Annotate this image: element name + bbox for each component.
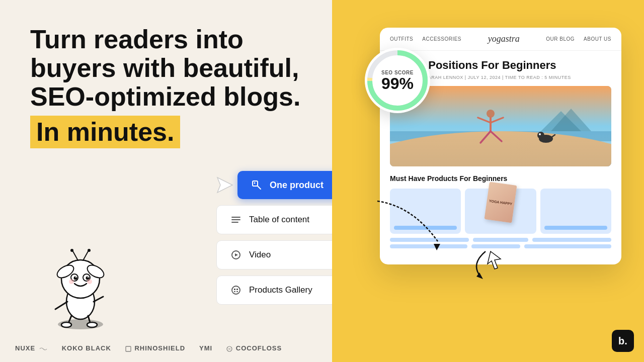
svg-marker-23 <box>217 177 232 193</box>
product-bar-3 <box>544 226 607 230</box>
play-icon <box>229 248 243 262</box>
pill-table-of-content[interactable]: Table of content <box>216 205 337 234</box>
svg-rect-33 <box>234 289 235 290</box>
product-card-featured: YOGA HAPPY <box>465 189 536 234</box>
list-icon <box>229 213 243 227</box>
svg-line-6 <box>55 302 67 309</box>
headline-line2: buyers with beautiful, <box>30 53 299 82</box>
book-cover: YOGA HAPPY <box>485 182 517 223</box>
tag-icon <box>250 178 264 192</box>
seo-badge: SEO SCORE 99% <box>365 48 430 113</box>
book-title: YOGA HAPPY <box>489 199 512 206</box>
left-panel: Turn readers into buyers with beautiful,… <box>0 0 332 362</box>
svg-point-25 <box>254 183 256 184</box>
svg-point-19 <box>75 277 76 278</box>
svg-point-45 <box>487 110 495 118</box>
brand-rhinoshield: RHINOSHIELD <box>125 344 185 352</box>
brand-koko-black: KOKO BLACK <box>62 344 111 352</box>
brand-nuxe: NUXE <box>15 344 48 352</box>
right-panel: SEO SCORE 99% OUTFITS ACCESSORIES yogast… <box>332 0 644 362</box>
mascot-illustration <box>40 231 121 322</box>
svg-marker-55 <box>434 244 440 250</box>
svg-point-3 <box>61 322 71 327</box>
svg-line-11 <box>73 251 78 260</box>
headline: Turn readers into buyers with beautiful,… <box>30 25 307 148</box>
products-section-title: Must Have Products For Beginners <box>390 174 611 183</box>
pill-table-of-content-label: Table of content <box>249 215 309 225</box>
svg-point-52 <box>537 132 544 139</box>
brands-row: NUXE KOKO BLACK RHINOSHIELD YMI COCOFLOS… <box>15 344 317 352</box>
product-pointer-arrow <box>465 249 506 284</box>
svg-point-22 <box>87 279 92 284</box>
product-card-3 <box>540 189 611 234</box>
pill-products-gallery[interactable]: Products Gallery <box>216 276 337 305</box>
svg-line-13 <box>83 251 88 260</box>
connector-arrow <box>372 196 453 256</box>
grid-icon <box>229 283 243 297</box>
pill-video-label: Video <box>249 250 271 260</box>
mini-bar-2 <box>473 238 528 242</box>
svg-rect-37 <box>126 346 131 351</box>
svg-point-32 <box>232 286 240 294</box>
pill-video[interactable]: Video <box>216 240 337 269</box>
mini-bar-5 <box>471 244 520 248</box>
svg-marker-56 <box>476 273 483 279</box>
nav-outfits[interactable]: OUTFITS <box>390 36 413 42</box>
svg-marker-57 <box>488 251 501 269</box>
mini-bar-3 <box>532 238 611 242</box>
send-cursor-icon <box>216 176 233 194</box>
mini-bar-6 <box>524 244 611 248</box>
svg-marker-31 <box>235 253 238 256</box>
svg-point-21 <box>69 279 74 284</box>
brand-ymi: YMI <box>199 344 212 352</box>
svg-point-12 <box>70 249 73 252</box>
svg-point-5 <box>87 322 97 327</box>
nav-accessories[interactable]: ACCESSORIES <box>422 36 461 42</box>
nav-about[interactable]: ABOUT US <box>584 36 611 42</box>
svg-line-26 <box>258 186 261 189</box>
b-logo[interactable]: b. <box>612 330 634 352</box>
blog-logo: yogastra <box>488 34 520 44</box>
headline-line3: SEO-optimized blogs. <box>30 82 300 111</box>
headline-line1: Turn readers into <box>30 25 244 54</box>
svg-rect-36 <box>236 291 238 292</box>
nav-links: OUTFITS ACCESSORIES <box>390 36 461 42</box>
highlight-text: In minutes. <box>36 117 174 146</box>
b-logo-text: b. <box>618 335 627 347</box>
svg-point-53 <box>539 133 541 135</box>
svg-rect-34 <box>236 289 238 290</box>
svg-rect-35 <box>234 291 235 292</box>
svg-point-14 <box>88 249 91 252</box>
pill-one-product-label: One product <box>270 180 324 191</box>
svg-point-20 <box>88 277 89 278</box>
brand-cocofloss: COCOFLOSS <box>226 344 282 352</box>
pill-products-gallery-label: Products Gallery <box>249 285 312 295</box>
nav-blog[interactable]: OUR BLOG <box>546 36 575 42</box>
nav-links-right: OUR BLOG ABOUT US <box>546 36 611 42</box>
seo-score: 99% <box>381 75 414 92</box>
